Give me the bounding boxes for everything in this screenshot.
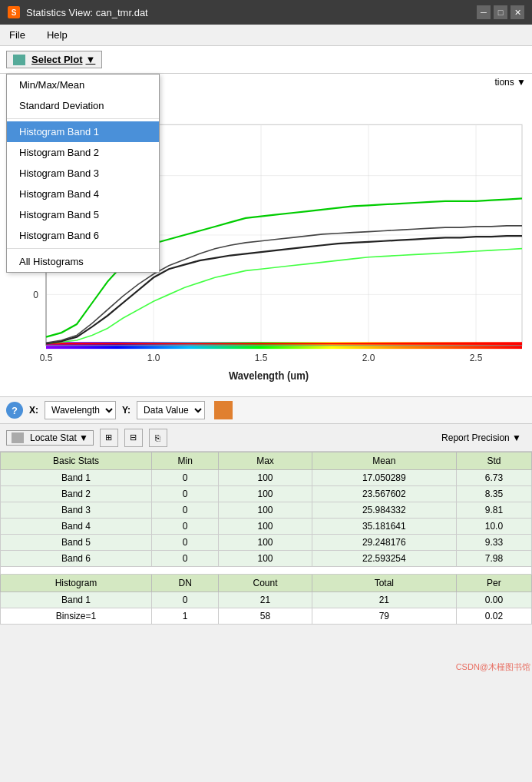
svg-text:0: 0 bbox=[33, 289, 38, 300]
y-label: Y: bbox=[122, 405, 131, 416]
cell-label: Band 1 bbox=[1, 470, 152, 486]
table-row[interactable]: Band 3 0 100 25.984332 9.81 bbox=[1, 502, 532, 519]
stats-table: Basic Stats Min Max Mean Std Band 1 0 10… bbox=[0, 452, 532, 625]
cell-min: 0 bbox=[152, 486, 219, 502]
cell-std: 10.0 bbox=[456, 519, 531, 535]
app-icon: S bbox=[8, 6, 20, 18]
toolbar: Select Plot ▼ Min/Max/Mean Standard Devi… bbox=[0, 46, 532, 74]
dropdown-item-hist3[interactable]: Histogram Band 3 bbox=[7, 163, 159, 184]
close-button[interactable]: ✕ bbox=[511, 5, 524, 19]
cell-max: 100 bbox=[219, 486, 312, 502]
copy-icon-button[interactable]: ⎘ bbox=[149, 429, 167, 447]
dropdown-arrow-icon: ▼ bbox=[85, 54, 95, 65]
list-item[interactable]: Band 1 0 21 21 0.00 bbox=[1, 592, 532, 608]
report-precision-label: Report Precision ▼ bbox=[441, 432, 521, 443]
minimize-button[interactable]: ─ bbox=[477, 5, 491, 19]
menu-file[interactable]: File bbox=[5, 28, 30, 42]
cell-label: Band 3 bbox=[1, 502, 152, 519]
grid-icon-button[interactable]: ⊟ bbox=[124, 429, 143, 447]
col-header-min: Min bbox=[152, 452, 219, 470]
svg-text:Wavelength (um): Wavelength (um) bbox=[229, 369, 309, 382]
dropdown-item-hist6[interactable]: Histogram Band 6 bbox=[7, 225, 159, 246]
dropdown-item-hist5[interactable]: Histogram Band 5 bbox=[7, 204, 159, 225]
title-bar: S Statistics View: can_tmr.dat ─ □ ✕ bbox=[0, 0, 532, 25]
list-item[interactable]: Binsize=1 1 58 79 0.02 bbox=[1, 608, 532, 625]
report-precision-button[interactable]: Report Precision ▼ bbox=[437, 431, 526, 445]
dropdown-item-hist4[interactable]: Histogram Band 4 bbox=[7, 184, 159, 204]
hist-cell-count: 21 bbox=[219, 592, 312, 608]
hist-col-header: Per bbox=[456, 575, 531, 592]
cell-min: 0 bbox=[152, 551, 219, 567]
table-row[interactable]: Band 2 0 100 23.567602 8.35 bbox=[1, 486, 532, 502]
hist-cell-per: 0.02 bbox=[456, 608, 531, 625]
y-coord-dropdown[interactable]: Data Value bbox=[137, 401, 205, 419]
locate-stat-label: Locate Stat ▼ bbox=[30, 432, 88, 443]
cell-label: Band 6 bbox=[1, 551, 152, 567]
watermark: CSDN@木槿图书馆 bbox=[456, 661, 530, 673]
dropdown-menu: Min/Max/Mean Standard Deviation Histogra… bbox=[6, 74, 160, 273]
table-row[interactable]: Band 5 0 100 29.248176 9.33 bbox=[1, 535, 532, 551]
window-title: Statistics View: can_tmr.dat bbox=[26, 7, 471, 18]
locate-stat-button[interactable]: Locate Stat ▼ bbox=[6, 430, 94, 446]
x-label: X: bbox=[29, 405, 38, 416]
cell-min: 0 bbox=[152, 519, 219, 535]
select-plot-button[interactable]: Select Plot ▼ bbox=[6, 51, 102, 68]
cell-mean: 17.050289 bbox=[312, 470, 456, 486]
cell-mean: 29.248176 bbox=[312, 535, 456, 551]
cell-max: 100 bbox=[219, 551, 312, 567]
dropdown-item-all-histograms[interactable]: All Histograms bbox=[7, 251, 159, 272]
bottom-toolbar: Locate Stat ▼ ⊞ ⊟ ⎘ Report Precision ▼ bbox=[0, 424, 532, 452]
hist-col-header: Total bbox=[312, 575, 456, 592]
color-swatch[interactable] bbox=[214, 401, 233, 419]
cell-mean: 22.593254 bbox=[312, 551, 456, 567]
stats-table-container: Basic Stats Min Max Mean Std Band 1 0 10… bbox=[0, 452, 532, 674]
hist-cell-label: Band 1 bbox=[1, 592, 152, 608]
table-row[interactable]: Band 4 0 100 35.181641 10.0 bbox=[1, 519, 532, 535]
hist-cell-dn: 1 bbox=[152, 608, 219, 625]
cell-mean: 35.181641 bbox=[312, 519, 456, 535]
svg-text:0.5: 0.5 bbox=[40, 352, 53, 363]
maximize-button[interactable]: □ bbox=[494, 5, 507, 19]
menu-bar: File Help bbox=[0, 25, 532, 46]
cell-mean: 23.567602 bbox=[312, 486, 456, 502]
select-plot-label: Select Plot bbox=[31, 54, 82, 65]
x-coord-dropdown[interactable]: Wavelength bbox=[45, 401, 116, 419]
cell-max: 100 bbox=[219, 519, 312, 535]
cell-std: 8.35 bbox=[456, 486, 531, 502]
cell-max: 100 bbox=[219, 502, 312, 519]
col-header-mean: Mean bbox=[312, 452, 456, 470]
col-header-max: Max bbox=[219, 452, 312, 470]
hist-cell-count: 58 bbox=[219, 608, 312, 625]
cell-min: 0 bbox=[152, 502, 219, 519]
svg-text:2.5: 2.5 bbox=[470, 352, 483, 363]
hist-cell-per: 0.00 bbox=[456, 592, 531, 608]
histogram-header-row: HistogramDNCountTotalPer bbox=[1, 575, 532, 592]
hist-col-header: Count bbox=[219, 575, 312, 592]
cell-max: 100 bbox=[219, 535, 312, 551]
chart-options-button[interactable]: tions ▼ bbox=[494, 77, 526, 88]
hist-cell-total: 21 bbox=[312, 592, 456, 608]
cell-mean: 25.984332 bbox=[312, 502, 456, 519]
dropdown-item-hist1[interactable]: Histogram Band 1 bbox=[7, 121, 159, 142]
menu-help[interactable]: Help bbox=[42, 28, 72, 42]
cell-max: 100 bbox=[219, 470, 312, 486]
col-header-std: Std bbox=[456, 452, 531, 470]
svg-text:1.0: 1.0 bbox=[147, 352, 160, 363]
cell-min: 0 bbox=[152, 470, 219, 486]
dropdown-item-stddev[interactable]: Standard Deviation bbox=[7, 95, 159, 116]
table-icon-button[interactable]: ⊞ bbox=[100, 429, 118, 447]
cell-std: 9.33 bbox=[456, 535, 531, 551]
cell-std: 7.98 bbox=[456, 551, 531, 567]
table-row[interactable]: Band 6 0 100 22.593254 7.98 bbox=[1, 551, 532, 567]
dropdown-item-hist2[interactable]: Histogram Band 2 bbox=[7, 142, 159, 163]
svg-text:1.5: 1.5 bbox=[255, 352, 268, 363]
cell-label: Band 4 bbox=[1, 519, 152, 535]
dropdown-item-minmaxmean[interactable]: Min/Max/Mean bbox=[7, 75, 159, 95]
table-row[interactable]: Band 1 0 100 17.050289 6.73 bbox=[1, 470, 532, 486]
cell-label: Band 2 bbox=[1, 486, 152, 502]
window-controls: ─ □ ✕ bbox=[477, 5, 524, 19]
cell-std: 9.81 bbox=[456, 502, 531, 519]
hist-cell-total: 79 bbox=[312, 608, 456, 625]
help-button[interactable]: ? bbox=[6, 402, 23, 419]
hist-cell-label: Binsize=1 bbox=[1, 608, 152, 625]
